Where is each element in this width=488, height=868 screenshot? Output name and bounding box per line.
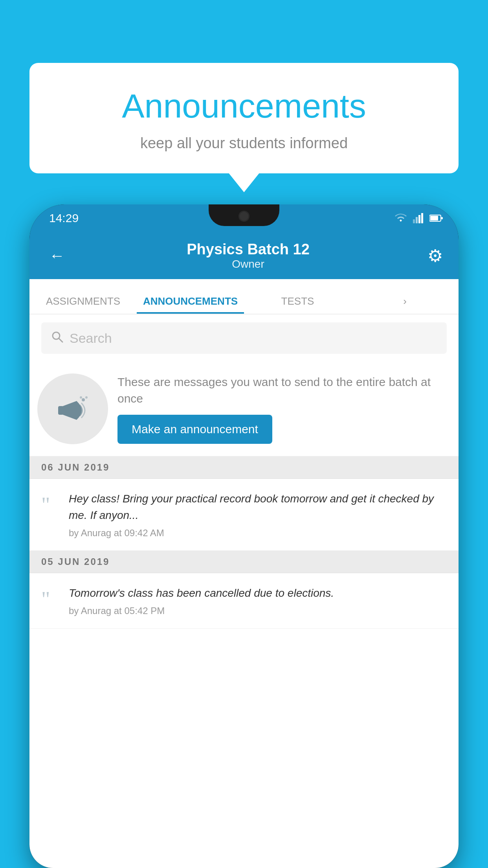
svg-rect-0 [413,219,415,223]
announcement-text-1: Hey class! Bring your practical record b… [69,491,447,524]
svg-rect-10 [58,406,64,415]
status-time: 14:29 [49,211,79,225]
tab-bar: ASSIGNMENTS ANNOUNCEMENTS TESTS › [29,279,459,314]
date-separator-2: 05 JUN 2019 [29,551,459,573]
phone-content: Search [29,314,459,868]
tab-tests[interactable]: TESTS [244,295,351,314]
signal-icon [413,213,424,223]
announcements-title: Announcements [45,86,443,125]
search-input-wrap[interactable]: Search [41,322,447,354]
make-announcement-button[interactable]: Make an announcement [117,415,272,444]
announcement-cta: These are messages you want to send to t… [29,362,459,456]
announcement-right: These are messages you want to send to t… [117,374,447,444]
svg-point-12 [85,396,88,399]
app-bar-title: Physics Batch 12 [69,241,427,258]
announcement-meta-2: by Anurag at 05:42 PM [69,605,334,616]
back-button[interactable]: ← [45,243,69,268]
wifi-icon [394,213,407,223]
tab-announcements[interactable]: ANNOUNCEMENTS [137,295,244,314]
app-bar: ← Physics Batch 12 Owner ⚙ [29,232,459,279]
search-icon [51,330,63,346]
phone-camera [238,211,250,222]
announcement-item-1: " Hey class! Bring your practical record… [29,479,459,551]
phone-notch [209,204,279,226]
announcement-description: These are messages you want to send to t… [117,374,447,407]
svg-point-13 [80,396,82,399]
svg-rect-5 [430,216,438,221]
svg-marker-9 [63,401,77,420]
date-separator-1: 06 JUN 2019 [29,456,459,479]
search-placeholder: Search [70,331,112,346]
svg-rect-2 [418,215,420,223]
status-icons [394,213,443,223]
quote-icon-1: " [41,494,61,515]
svg-rect-3 [421,213,423,223]
quote-icon-2: " [41,588,61,610]
app-bar-subtitle: Owner [69,258,427,270]
phone-frame: 14:29 ← Phys [29,204,459,868]
announcements-subtitle: keep all your students informed [45,135,443,152]
svg-point-11 [82,398,85,401]
tab-more[interactable]: › [351,295,459,314]
announcement-text-2: Tomorrow's class has been cancelled due … [69,585,334,601]
app-bar-title-area: Physics Batch 12 Owner [69,241,427,270]
search-bar: Search [29,314,459,362]
announcement-meta-1: by Anurag at 09:42 AM [69,528,447,539]
megaphone-icon [55,391,90,427]
announcement-icon-circle [37,373,108,444]
battery-icon [429,214,443,222]
svg-rect-1 [416,217,418,223]
tab-assignments[interactable]: ASSIGNMENTS [29,295,137,314]
announcement-content-1: Hey class! Bring your practical record b… [69,491,447,539]
svg-rect-6 [441,217,443,219]
svg-line-8 [59,338,62,342]
announcement-content-2: Tomorrow's class has been cancelled due … [69,585,334,616]
speech-bubble-container: Announcements keep all your students inf… [29,63,459,173]
announcement-item-2: " Tomorrow's class has been cancelled du… [29,573,459,629]
settings-button[interactable]: ⚙ [427,246,443,266]
speech-bubble: Announcements keep all your students inf… [29,63,459,173]
